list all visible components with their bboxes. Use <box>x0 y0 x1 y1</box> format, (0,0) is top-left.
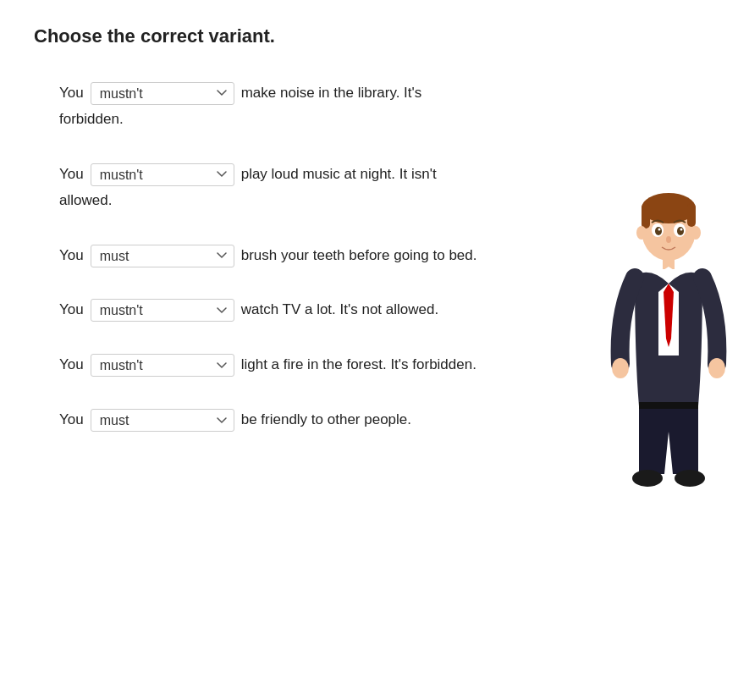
select-4[interactable]: must mustn't can should <box>91 299 234 322</box>
sentence-text-4: watch TV a lot. It's not allowed. <box>241 298 439 322</box>
select-6[interactable]: must mustn't can should <box>91 409 234 432</box>
select-2[interactable]: must mustn't can should <box>91 163 234 186</box>
exercise-container: You must mustn't can should make noise i… <box>34 81 626 433</box>
sentence-row-4: You must mustn't can should watch TV a l… <box>59 298 626 322</box>
sentence-row-6: You must mustn't can should be friendly … <box>59 408 626 433</box>
you-label-5: You <box>59 353 84 378</box>
sentence-row-3: You must mustn't can should brush your t… <box>59 244 626 268</box>
svg-point-9 <box>677 227 684 235</box>
svg-point-5 <box>691 226 701 240</box>
sentence-text-3: brush your teeth before going to bed. <box>241 244 477 268</box>
svg-rect-3 <box>687 203 696 227</box>
svg-point-20 <box>675 470 705 487</box>
svg-point-19 <box>632 470 663 487</box>
select-1[interactable]: must mustn't can should <box>91 82 234 105</box>
sentence-row-5: You must mustn't can should light a fire… <box>59 353 626 378</box>
svg-point-10 <box>658 229 661 231</box>
sentence-continuation-1: forbidden. <box>59 107 626 132</box>
svg-point-17 <box>612 358 629 378</box>
svg-point-11 <box>680 229 683 231</box>
you-label-4: You <box>59 298 84 322</box>
svg-point-8 <box>655 227 662 235</box>
sentence-text-5: light a fire in the forest. It's forbidd… <box>241 353 476 378</box>
you-label-3: You <box>59 244 84 268</box>
svg-rect-21 <box>639 402 698 409</box>
svg-point-12 <box>666 236 671 243</box>
page-title: Choose the correct variant. <box>34 25 715 47</box>
you-label-6: You <box>59 408 84 433</box>
sentence-text-1a: make noise in the library. It's <box>241 81 422 106</box>
you-label-2: You <box>59 163 84 187</box>
sentence-text-6: be friendly to other people. <box>241 408 411 433</box>
select-3[interactable]: must mustn't can should <box>91 245 234 267</box>
svg-point-18 <box>708 358 725 378</box>
svg-point-4 <box>636 226 647 240</box>
sentence-row-1: You must mustn't can should make noise i… <box>59 81 626 132</box>
sentence-row-2: You must mustn't can should play loud mu… <box>59 163 626 213</box>
select-5[interactable]: must mustn't can should <box>91 354 234 377</box>
character-illustration <box>605 186 732 511</box>
sentence-continuation-2: allowed. <box>59 189 626 213</box>
sentence-text-2a: play loud music at night. It isn't <box>241 163 437 187</box>
character-svg <box>605 186 732 508</box>
you-label-1: You <box>59 81 84 106</box>
svg-rect-2 <box>642 203 650 229</box>
